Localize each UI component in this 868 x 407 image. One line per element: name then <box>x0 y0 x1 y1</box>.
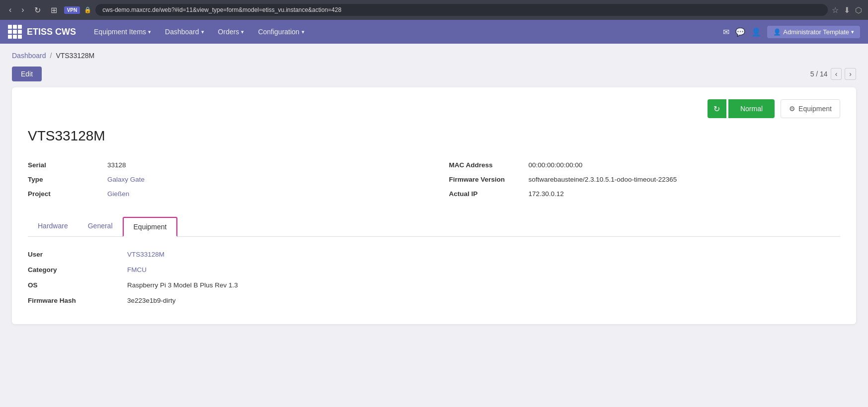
field-serial-value: 33128 <box>107 161 419 169</box>
prev-page-button[interactable]: ‹ <box>831 68 842 80</box>
lock-icon: 🔒 <box>84 6 91 13</box>
field-project-value[interactable]: Gießen <box>107 190 419 198</box>
next-page-button[interactable]: › <box>845 68 856 80</box>
equipment-gear-icon: ⚙ <box>789 105 795 113</box>
pagination: 5 / 14 ‹ › <box>810 68 856 80</box>
status-refresh-button[interactable]: ↻ <box>708 99 726 118</box>
edit-button[interactable]: Edit <box>12 67 42 81</box>
nav-equipment-items-label: Equipment Items <box>94 28 146 36</box>
tab-field-user-label: User <box>28 251 127 258</box>
tab-equipment[interactable]: Equipment <box>123 217 178 237</box>
nav-configuration-label: Configuration <box>258 28 299 36</box>
tab-field-category-value[interactable]: FMCU <box>127 266 840 273</box>
field-project: Project Gießen <box>28 187 419 201</box>
nav-equipment-items-chevron: ▾ <box>148 29 151 35</box>
nav-right: ✉ 💬 👤 👤 Administrator Template ▾ <box>723 26 860 38</box>
browser-chrome: ‹ › ↻ ⊞ VPN 🔒 ☆ ⬇ ⬡ <box>0 0 868 20</box>
field-serial: Serial 33128 <box>28 158 419 172</box>
nav-equipment-items[interactable]: Equipment Items ▾ <box>88 25 157 39</box>
tabs-bar: Hardware General Equipment <box>28 217 840 237</box>
admin-label: Administrator Template <box>783 28 849 36</box>
nav-orders[interactable]: Orders ▾ <box>212 25 250 39</box>
tab-field-user-value[interactable]: VTS33128M <box>127 251 840 258</box>
tab-field-firmware-hash: Firmware Hash 3e223e1b9-dirty <box>28 293 840 308</box>
nav-configuration-chevron: ▾ <box>302 29 305 35</box>
fields-grid: Serial 33128 Type Galaxy Gate Project Gi… <box>28 158 840 201</box>
field-firmware-label: Firmware Version <box>449 176 529 183</box>
tab-field-user: User VTS33128M <box>28 247 840 262</box>
breadcrumb: Dashboard / VTS33128M <box>12 52 856 60</box>
toolbar: Edit 5 / 14 ‹ › <box>12 67 856 81</box>
nav-configuration[interactable]: Configuration ▾ <box>252 25 310 39</box>
field-project-label: Project <box>28 190 107 198</box>
vpn-badge: VPN <box>64 6 80 14</box>
page-content: Dashboard / VTS33128M Edit 5 / 14 ‹ › ↻ … <box>0 44 868 332</box>
pagination-info: 5 / 14 <box>810 70 828 78</box>
field-type-value[interactable]: Galaxy Gate <box>107 176 419 183</box>
refresh-icon: ↻ <box>713 104 720 114</box>
right-fields: MAC Address 00:00:00:00:00:00 Firmware V… <box>449 158 841 201</box>
admin-template-button[interactable]: 👤 Administrator Template ▾ <box>767 26 860 38</box>
field-type-label: Type <box>28 176 107 183</box>
record-title: VTS33128M <box>28 128 840 144</box>
reload-button[interactable]: ↻ <box>31 4 44 16</box>
user-icon[interactable]: 👤 <box>751 27 761 37</box>
tab-field-os-value: Raspberry Pi 3 Model B Plus Rev 1.3 <box>127 281 840 289</box>
extensions-icon[interactable]: ⬡ <box>855 5 862 15</box>
app-logo-grid[interactable] <box>8 25 22 39</box>
tab-field-category-label: Category <box>28 266 127 273</box>
field-serial-label: Serial <box>28 161 107 169</box>
tab-field-os: OS Raspberry Pi 3 Model B Plus Rev 1.3 <box>28 277 840 293</box>
tab-field-firmware-hash-value: 3e223e1b9-dirty <box>127 297 840 304</box>
tab-equipment-content: User VTS33128M Category FMCU OS Raspberr… <box>28 247 840 308</box>
browser-toolbar-icons: ☆ ⬇ ⬡ <box>832 5 862 15</box>
nav-orders-chevron: ▾ <box>241 29 244 35</box>
left-fields: Serial 33128 Type Galaxy Gate Project Gi… <box>28 158 419 201</box>
field-mac-label: MAC Address <box>449 161 529 169</box>
mail-icon[interactable]: ✉ <box>723 27 729 37</box>
nav-dashboard-label: Dashboard <box>165 28 199 36</box>
status-bar: ↻ Normal ⚙ Equipment <box>28 99 840 118</box>
chat-icon[interactable]: 💬 <box>735 27 745 37</box>
download-icon[interactable]: ⬇ <box>844 5 850 15</box>
breadcrumb-dashboard[interactable]: Dashboard <box>12 52 46 60</box>
field-ip-label: Actual IP <box>449 190 529 198</box>
tab-general[interactable]: General <box>78 217 123 237</box>
admin-chevron: ▾ <box>851 29 854 35</box>
back-button[interactable]: ‹ <box>6 4 14 15</box>
app-name: ETISS CWS <box>27 27 76 37</box>
breadcrumb-separator: / <box>50 52 52 60</box>
tab-field-os-label: OS <box>28 281 127 289</box>
nav-orders-label: Orders <box>218 28 239 36</box>
field-mac-value: 00:00:00:00:00:00 <box>529 161 841 169</box>
nav-dashboard[interactable]: Dashboard ▾ <box>159 25 210 39</box>
app-navbar: ETISS CWS Equipment Items ▾ Dashboard ▾ … <box>0 20 868 44</box>
record-card: ↻ Normal ⚙ Equipment VTS33128M Serial 33… <box>12 87 856 324</box>
field-ip: Actual IP 172.30.0.12 <box>449 187 841 201</box>
field-type: Type Galaxy Gate <box>28 172 419 187</box>
field-firmware-value: softwarebausteine/2.3.10.5.1-odoo-timeou… <box>529 176 841 183</box>
status-equipment-label: Equipment <box>798 105 832 113</box>
bookmark-icon[interactable]: ☆ <box>832 5 839 15</box>
tab-field-firmware-hash-label: Firmware Hash <box>28 297 127 304</box>
nav-dashboard-chevron: ▾ <box>201 29 204 35</box>
field-ip-value: 172.30.0.12 <box>529 190 841 198</box>
field-mac: MAC Address 00:00:00:00:00:00 <box>449 158 841 172</box>
admin-avatar: 👤 <box>773 28 781 36</box>
field-firmware: Firmware Version softwarebausteine/2.3.1… <box>449 172 841 187</box>
tab-field-category: Category FMCU <box>28 262 840 277</box>
status-equipment-button[interactable]: ⚙ Equipment <box>781 99 840 118</box>
menu-button[interactable]: ⊞ <box>48 4 60 16</box>
status-normal-button[interactable]: Normal <box>728 99 775 118</box>
forward-button[interactable]: › <box>18 4 27 15</box>
main-nav: Equipment Items ▾ Dashboard ▾ Orders ▾ C… <box>88 25 723 39</box>
url-bar[interactable] <box>95 4 828 16</box>
tab-hardware[interactable]: Hardware <box>28 217 78 237</box>
breadcrumb-current: VTS33128M <box>56 52 94 60</box>
